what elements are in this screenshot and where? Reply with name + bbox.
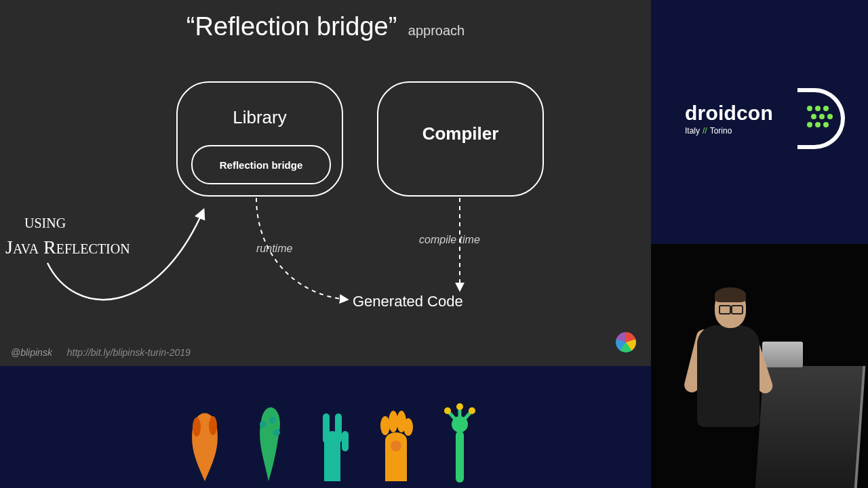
svg-point-13 xyxy=(273,429,280,436)
box-reflection-bridge: Reflection bridge xyxy=(191,145,331,184)
svg-point-4 xyxy=(819,114,825,119)
svg-point-3 xyxy=(811,114,816,119)
presentation-slide: “Reflection bridge” approach Library Ref… xyxy=(0,0,651,366)
svg-point-0 xyxy=(807,106,812,111)
bottom-art-strip xyxy=(0,366,651,488)
svg-point-28 xyxy=(469,407,475,414)
svg-rect-15 xyxy=(335,413,342,443)
speaker-silhouette xyxy=(685,264,766,427)
logo-sub-left: Italy xyxy=(685,126,700,136)
slide-title-row: “Reflection bridge” approach xyxy=(0,12,651,41)
speaker-camera xyxy=(651,244,868,488)
svg-point-8 xyxy=(823,122,829,127)
footer-link: http://bit.ly/blipinsk-turin-2019 xyxy=(67,347,191,358)
hand-note-line1: using xyxy=(5,209,130,235)
edge-label-runtime: runtime xyxy=(256,243,292,255)
hand-icon-1 xyxy=(183,401,226,483)
svg-point-6 xyxy=(807,122,812,127)
svg-point-7 xyxy=(815,122,821,127)
svg-point-11 xyxy=(260,421,267,428)
svg-point-21 xyxy=(391,441,401,451)
svg-point-20 xyxy=(403,418,413,436)
svg-point-1 xyxy=(815,106,821,111)
droidcon-logo: droidcon Italy//Torino xyxy=(685,102,834,136)
svg-point-18 xyxy=(389,411,398,432)
svg-point-27 xyxy=(444,407,451,414)
slide-footer: @blipinsk http://bit.ly/blipinsk-turin-2… xyxy=(11,347,191,358)
footer-handle: @blipinsk xyxy=(11,347,52,358)
svg-point-10 xyxy=(209,416,217,435)
logo-sub-right: Torino xyxy=(710,126,732,136)
sidebar-logo-panel: droidcon Italy//Torino xyxy=(651,0,868,244)
logo-sub-sep: // xyxy=(703,126,707,136)
hand-icon-2 xyxy=(247,401,290,483)
box-reflection-bridge-label: Reflection bridge xyxy=(220,159,303,171)
svg-point-17 xyxy=(380,416,390,435)
svg-rect-22 xyxy=(456,431,464,483)
svg-point-29 xyxy=(456,403,463,410)
svg-point-5 xyxy=(827,114,833,119)
svg-rect-16 xyxy=(342,431,349,451)
laptop-icon xyxy=(762,342,803,367)
stage: “Reflection bridge” approach Library Ref… xyxy=(0,0,868,488)
generated-code-label: Generated Code xyxy=(353,293,463,310)
hand-icon-4 xyxy=(374,401,418,483)
slide-subtitle: approach xyxy=(408,23,465,38)
hand-icon-3 xyxy=(311,401,354,483)
hand-note-line2: Java Reflection xyxy=(5,235,130,260)
svg-rect-14 xyxy=(323,413,330,443)
svg-point-9 xyxy=(193,418,201,436)
hand-icon-5 xyxy=(438,401,481,483)
hands-row xyxy=(183,401,481,483)
handwritten-note: using Java Reflection xyxy=(5,209,130,260)
svg-point-2 xyxy=(823,106,829,111)
logo-dots-icon xyxy=(804,103,837,136)
svg-point-12 xyxy=(269,417,276,424)
box-library: Library Reflection bridge xyxy=(176,81,343,197)
slide-badge-icon xyxy=(616,332,636,352)
logo-brand: droidcon xyxy=(685,102,773,125)
box-compiler-label: Compiler xyxy=(378,123,542,144)
box-library-label: Library xyxy=(178,107,342,128)
edge-label-compiletime: compile time xyxy=(419,234,480,246)
slide-title: “Reflection bridge” xyxy=(186,12,397,41)
box-compiler: Compiler xyxy=(377,81,544,197)
